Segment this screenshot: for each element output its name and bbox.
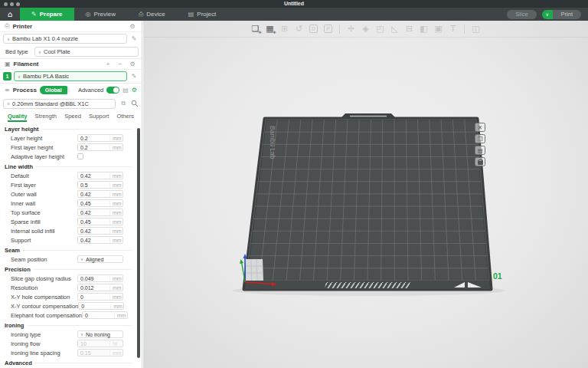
printer-header-title: Printer (12, 23, 32, 30)
param-input[interactable]: 0mm (78, 302, 124, 310)
param-row: Resolution0.012mm (0, 283, 142, 292)
filament-select[interactable]: ∨ Bambu PLA Basic (14, 71, 127, 81)
filament-slot-badge[interactable]: 1 (3, 72, 11, 80)
bed-type-select[interactable]: ∨ Cool Plate (34, 47, 139, 57)
arrange-plate-icon[interactable]: ❐ (475, 134, 485, 143)
plate-wipe-area (325, 282, 410, 288)
param-input[interactable]: 0mm (82, 311, 128, 320)
param-row: Elephant foot compensation0mm (0, 310, 142, 320)
window-title: Untitled (0, 0, 588, 8)
param-label: Top surface (11, 209, 77, 216)
delete-plate-icon[interactable]: ✕ (475, 123, 485, 132)
param-input[interactable]: 0.42mm (77, 190, 123, 199)
param-input[interactable]: 0.42mm (77, 236, 123, 245)
bed-type-label: Bed type (3, 48, 32, 55)
process-icon: ≡ (5, 87, 10, 94)
viewport-3d[interactable]: ❏+▦+⊞↺0P✛◈◰◺⊟◧▣T◫ (143, 21, 588, 368)
tab-preview[interactable]: ◎ Preview (74, 8, 127, 21)
copy-preset-icon[interactable]: ⧉ (119, 100, 128, 107)
param-scrollbar[interactable] (137, 128, 140, 358)
compare-presets-icon[interactable]: ▤ (122, 87, 129, 94)
plate-origin-patch (246, 259, 263, 281)
filament-edit-icon[interactable]: ✎ (129, 73, 139, 80)
preset-row: ∨ 0.20mm Standard @BBL X1C ⧉ (0, 97, 142, 110)
param-row: Outer wall0.42mm (0, 189, 142, 199)
section-title: Advanced (0, 357, 142, 367)
param-input[interactable]: 0.2mm (77, 134, 123, 143)
printer-settings-icon[interactable]: ⚙ (128, 23, 137, 30)
param-input[interactable]: 0.012mm (77, 284, 123, 292)
param-label: First layer height (11, 144, 77, 151)
top-actions: Slice ∨ Print (507, 8, 588, 21)
filament-settings-icon[interactable]: ⚙ (128, 61, 137, 67)
tab-prepare[interactable]: ✎ Prepare (20, 8, 74, 21)
chevron-down-icon: ∨ (7, 37, 10, 41)
printer-model: Bambu Lab X1 0.4 nozzle (12, 35, 78, 42)
scope-objects-button[interactable]: Objects (67, 86, 70, 94)
param-row: First layer0.5mm (0, 180, 142, 189)
tab-preview-label: Preview (93, 11, 115, 18)
param-input[interactable]: 0mm (77, 293, 123, 301)
process-scope-toggle: Global Objects (40, 86, 70, 94)
param-input[interactable]: 0.42mm (77, 172, 123, 180)
param-label: Slice gap closing radius (11, 275, 77, 282)
search-icon[interactable] (131, 100, 139, 107)
param-select[interactable]: ∨Aligned (77, 255, 123, 264)
param-input[interactable]: 0.45mm (77, 218, 123, 226)
param-label: Sparse infill (11, 219, 77, 225)
param-label: Internal solid infill (11, 228, 77, 235)
printer-row: ∨ Bambu Lab X1 0.4 nozzle ✎ (0, 32, 142, 45)
add-filament-button[interactable]: + (103, 61, 113, 67)
print-button[interactable]: Print (553, 10, 581, 19)
param-label: X-Y contour compensation (11, 303, 78, 310)
print-dropdown-button[interactable]: ∨ (542, 10, 553, 19)
param-input[interactable]: 0.049mm (77, 274, 123, 283)
param-select[interactable]: ∨No ironing (77, 330, 123, 339)
param-label: Ironing line spacing (11, 350, 77, 356)
slice-button[interactable]: Slice (507, 10, 536, 19)
advanced-toggle[interactable] (106, 87, 119, 94)
param-row: Internal solid infill0.42mm (0, 226, 142, 235)
home-button[interactable]: ⌂ (0, 8, 20, 21)
tab-device[interactable]: ⎙ Device (127, 8, 177, 21)
param-tabs: Quality Strength Speed Support Others (0, 110, 142, 122)
param-checkbox[interactable] (77, 153, 83, 159)
param-input[interactable]: 10% (77, 340, 123, 348)
device-icon: ⎙ (139, 11, 143, 18)
home-icon: ⌂ (8, 10, 12, 18)
param-row: X-Y hole compensation0mm (0, 292, 142, 301)
tab-quality[interactable]: Quality (8, 113, 27, 122)
tab-project[interactable]: ▤ Project (177, 8, 227, 21)
tab-speed[interactable]: Speed (64, 113, 81, 122)
process-settings-icon[interactable]: ⚙ (132, 87, 137, 94)
param-label: Elephant foot compensation (11, 312, 82, 319)
lock-plate-icon[interactable] (475, 157, 485, 166)
printer-edit-icon[interactable]: ✎ (129, 35, 139, 42)
remove-filament-button[interactable]: − (116, 61, 125, 67)
param-input[interactable]: 0.42mm (77, 227, 123, 235)
tab-support[interactable]: Support (89, 113, 109, 122)
tab-others[interactable]: Others (116, 113, 134, 122)
plate-name-icon[interactable]: ▤ (475, 146, 485, 155)
plate-number-label: 01 (493, 271, 502, 281)
param-input[interactable]: 0.42mm (77, 209, 123, 217)
scope-global-button[interactable]: Global (40, 86, 67, 94)
tab-device-label: Device (146, 11, 165, 18)
bed-type-row: Bed type ∨ Cool Plate (0, 45, 142, 58)
section-title: Precision (0, 264, 142, 274)
param-input[interactable]: 0.45mm (77, 199, 123, 208)
filament-name: Bambu PLA Basic (23, 73, 69, 80)
param-input[interactable]: 0.2mm (77, 143, 123, 152)
build-plate[interactable]: Bambu Lab 01 (143, 21, 588, 368)
param-label: Outer wall (11, 191, 77, 198)
printer-select[interactable]: ∨ Bambu Lab X1 0.4 nozzle (3, 34, 127, 44)
filament-icon: ▣ (5, 61, 11, 67)
tab-strength[interactable]: Strength (35, 113, 57, 122)
param-input[interactable]: 0.15mm (77, 349, 123, 357)
param-row: Ironing type∨No ironing (0, 330, 142, 339)
process-preset-select[interactable]: ∨ 0.20mm Standard @BBL X1C (3, 99, 116, 109)
param-input[interactable]: 0.5mm (77, 181, 123, 189)
param-row: Support0.42mm (0, 235, 142, 245)
param-label: X-Y hole compensation (11, 294, 77, 301)
filament-header-title: Filament (14, 61, 39, 67)
